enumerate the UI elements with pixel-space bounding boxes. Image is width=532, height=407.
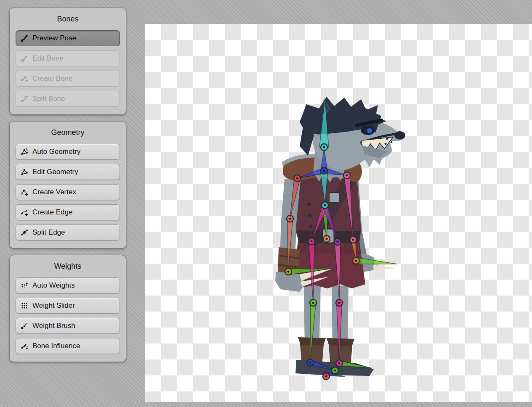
auto-geometry-icon — [20, 148, 29, 156]
joint-center — [287, 270, 289, 272]
edit-bone-button[interactable]: Edit Bone — [16, 50, 120, 66]
create-edge-button[interactable]: Create Edge — [16, 204, 120, 220]
joint-center — [334, 369, 336, 371]
preview-pose-button[interactable]: Preview Pose — [16, 30, 120, 46]
joint-center — [338, 301, 340, 304]
split-edge-icon — [20, 228, 29, 237]
joint-center — [323, 169, 325, 172]
weight-brush-button[interactable]: Weight Brush — [16, 318, 120, 334]
button-label: Create Vertex — [32, 188, 76, 196]
button-label: Split Bone — [32, 95, 65, 103]
joint-center — [325, 375, 327, 377]
panel-weights: Weights Auto Weights Weight Slider — [9, 255, 126, 362]
joint-center — [346, 174, 348, 176]
joint-center — [312, 301, 314, 304]
auto-geometry-button[interactable]: Auto Geometry — [16, 144, 120, 160]
split-bone-icon — [20, 95, 29, 103]
joint-center — [352, 238, 354, 240]
button-label: Split Edge — [32, 228, 65, 237]
bones-buttons: Preview Pose Edit Bone Create Bone — [16, 30, 120, 107]
create-vertex-button[interactable]: Create Vertex — [16, 184, 120, 200]
button-label: Edit Bone — [32, 54, 64, 63]
joint-center — [324, 204, 326, 206]
joint-center — [289, 217, 291, 219]
create-edge-icon — [20, 208, 29, 217]
joint-center — [355, 259, 357, 262]
panel-bones-title: Bones — [16, 15, 120, 24]
panel-geometry: Geometry Auto Geometry Edit Geometry — [9, 121, 126, 248]
weight-brush-icon — [20, 322, 29, 330]
button-label: Create Edge — [32, 208, 72, 217]
button-label: Preview Pose — [32, 34, 76, 42]
create-bone-button[interactable]: Create Bone — [16, 71, 120, 87]
auto-weights-icon — [20, 281, 29, 290]
edit-geometry-button[interactable]: Edit Geometry — [16, 164, 120, 180]
button-label: Auto Geometry — [32, 148, 80, 156]
panel-geometry-title: Geometry — [16, 128, 120, 137]
joint-center — [325, 238, 327, 240]
button-label: Bone Influence — [32, 342, 80, 350]
create-bone-icon — [20, 74, 29, 83]
button-label: Auto Weights — [32, 281, 75, 290]
panel-bones: Bones Preview Pose Edit Bone — [9, 8, 126, 115]
geometry-buttons: Auto Geometry Edit Geometry Create Verte… — [16, 144, 120, 240]
joint-center — [310, 240, 312, 242]
edit-geometry-icon — [20, 168, 29, 176]
joint-center — [323, 146, 325, 148]
skinning-editor-window: Bones Preview Pose Edit Bone — [0, 0, 532, 407]
bone-influence-button[interactable]: Bone Influence — [16, 338, 120, 354]
weight-slider-button[interactable]: Weight Slider — [16, 298, 120, 314]
weight-slider-icon — [20, 301, 29, 310]
joint-center — [309, 361, 311, 363]
button-label: Weight Brush — [32, 322, 75, 330]
edit-bone-icon — [20, 54, 29, 63]
character-sprite[interactable] — [261, 92, 429, 386]
split-bone-button[interactable]: Split Bone — [16, 91, 120, 107]
tool-sidebar: Bones Preview Pose Edit Bone — [9, 8, 126, 368]
auto-weights-button[interactable]: Auto Weights — [16, 278, 120, 293]
create-vertex-icon — [20, 188, 29, 196]
button-label: Weight Slider — [32, 301, 75, 310]
button-label: Create Bone — [32, 74, 72, 83]
split-edge-button[interactable]: Split Edge — [16, 225, 120, 240]
joint-center — [338, 362, 340, 364]
weights-buttons: Auto Weights Weight Slider Weight Brush — [16, 278, 120, 354]
bone-influence-icon — [20, 342, 29, 350]
joint-center — [336, 240, 338, 243]
panel-weights-title: Weights — [16, 262, 120, 271]
preview-pose-icon — [20, 34, 29, 42]
button-label: Edit Geometry — [32, 168, 78, 176]
joint-center — [296, 177, 298, 179]
